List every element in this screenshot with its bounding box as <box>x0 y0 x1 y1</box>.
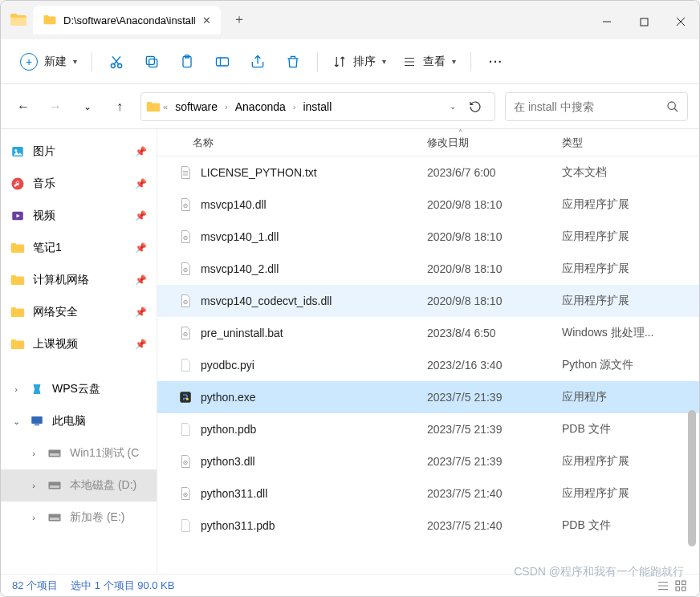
thumbnails-view-button[interactable] <box>674 579 688 593</box>
chevron-right-icon[interactable]: › <box>28 449 39 458</box>
file-date: 2023/6/7 6:00 <box>427 166 562 179</box>
folder-icon <box>10 273 25 287</box>
sidebar-quick-item[interactable]: 上课视频 📌 <box>1 328 157 360</box>
minimize-button[interactable] <box>588 6 625 38</box>
chevron-right-icon: › <box>224 102 229 112</box>
sidebar-wps[interactable]: › WPS云盘 <box>1 373 157 405</box>
cloud-icon <box>30 382 44 396</box>
breadcrumb-overflow[interactable]: « <box>162 102 169 112</box>
sidebar-quick-item[interactable]: 网络安全 📌 <box>1 296 157 328</box>
details-view-button[interactable] <box>656 579 670 593</box>
up-button[interactable]: ↑ <box>108 92 131 121</box>
cut-button[interactable] <box>99 46 134 78</box>
close-tab-icon[interactable]: ✕ <box>202 14 211 26</box>
chevron-right-icon[interactable]: › <box>10 384 22 394</box>
forward-button[interactable]: → <box>44 92 67 121</box>
search-icon[interactable] <box>666 100 679 113</box>
breadcrumb-seg[interactable]: software <box>170 99 222 115</box>
search-input[interactable] <box>514 100 660 113</box>
new-button[interactable]: + 新建 ▾ <box>12 46 85 78</box>
new-tab-button[interactable]: ＋ <box>226 6 253 33</box>
tab-title: D:\software\Anaconda\install <box>63 14 196 26</box>
file-file-icon <box>178 518 193 533</box>
paste-button[interactable] <box>169 46 205 78</box>
sidebar-quick-item[interactable]: 音乐 📌 <box>1 168 157 200</box>
sidebar-drive-item[interactable]: › 本地磁盘 (D:) <box>1 469 157 502</box>
file-row[interactable]: msvcp140_codecvt_ids.dll 2020/9/8 18:10 … <box>157 285 699 317</box>
maximize-button[interactable] <box>625 6 662 38</box>
sidebar-drive-item[interactable]: › 新加卷 (E:) <box>1 502 157 534</box>
file-row[interactable]: python311.pdb 2023/7/5 21:40 PDB 文件 <box>157 510 699 542</box>
back-button[interactable]: ← <box>12 92 35 121</box>
file-row[interactable]: msvcp140.dll 2020/9/8 18:10 应用程序扩展 <box>157 189 699 221</box>
sidebar-drive-item[interactable]: › Win11测试 (C <box>1 437 157 469</box>
copy-button[interactable] <box>134 46 169 78</box>
sidebar-quick-item[interactable]: 图片 📌 <box>1 136 157 168</box>
file-rows[interactable]: LICENSE_PYTHON.txt 2023/6/7 6:00 文本文档 ms… <box>157 156 699 574</box>
file-row[interactable]: python3.dll 2023/7/5 21:39 应用程序扩展 <box>157 445 699 477</box>
sidebar-quick-item[interactable]: 视频 📌 <box>1 200 157 232</box>
file-row[interactable]: msvcp140_2.dll 2020/9/8 18:10 应用程序扩展 <box>157 253 699 285</box>
col-name-header[interactable]: 名称˄ <box>178 136 427 150</box>
col-date-header[interactable]: 修改日期 <box>427 136 562 150</box>
col-type-header[interactable]: 类型 <box>562 136 699 150</box>
share-button[interactable] <box>240 46 275 78</box>
file-row[interactable]: python.exe 2023/7/5 21:39 应用程序 <box>157 381 699 413</box>
file-name: msvcp140_2.dll <box>201 262 279 275</box>
file-name: python311.dll <box>201 487 267 500</box>
svg-rect-31 <box>180 392 191 403</box>
file-row[interactable]: pyodbc.pyi 2023/2/16 3:40 Python 源文件 <box>157 349 699 381</box>
delete-button[interactable] <box>275 46 311 78</box>
drive-icon <box>47 478 62 493</box>
file-name: python.pdb <box>201 423 256 436</box>
more-button[interactable]: ··· <box>478 46 515 78</box>
sidebar-quick-item[interactable]: 笔记1 📌 <box>1 232 157 264</box>
dll-file-icon <box>178 486 193 501</box>
scrollbar-thumb[interactable] <box>688 410 696 546</box>
file-row[interactable]: pre_uninstall.bat 2023/8/4 6:50 Windows … <box>157 317 699 349</box>
file-name: msvcp140_codecvt_ids.dll <box>201 294 332 307</box>
file-row[interactable]: python311.dll 2023/7/5 21:40 应用程序扩展 <box>157 477 699 510</box>
rename-button[interactable] <box>205 46 240 78</box>
sort-button[interactable]: 排序 ▾ <box>324 46 394 78</box>
svg-rect-16 <box>50 453 59 456</box>
svg-point-32 <box>186 398 189 400</box>
scrollbar-vertical[interactable] <box>686 161 698 571</box>
refresh-button[interactable] <box>461 100 490 113</box>
sidebar-item-label: 新加卷 (E:) <box>70 510 124 525</box>
file-row[interactable]: LICENSE_PYTHON.txt 2023/6/7 6:00 文本文档 <box>157 156 699 189</box>
chevron-down-icon[interactable]: ⌄ <box>10 416 22 427</box>
recent-locations-button[interactable]: ⌄ <box>76 92 99 121</box>
pin-icon: 📌 <box>135 307 147 318</box>
dll-file-icon <box>178 197 193 212</box>
file-row[interactable]: msvcp140_1.dll 2020/9/8 18:10 应用程序扩展 <box>157 221 699 253</box>
close-window-button[interactable] <box>662 6 699 38</box>
search-box[interactable] <box>505 92 688 121</box>
breadcrumb-seg[interactable]: install <box>298 99 336 115</box>
file-date: 2023/7/5 21:39 <box>427 455 562 468</box>
chevron-down-icon: ▾ <box>382 57 386 66</box>
status-bar: 82 个项目 选中 1 个项目 90.0 KB <box>1 574 699 596</box>
file-type: 应用程序扩展 <box>562 486 699 501</box>
sidebar-item-label: 音乐 <box>33 177 55 191</box>
svg-rect-4 <box>146 56 154 64</box>
breadcrumb-seg[interactable]: Anaconda <box>230 99 291 115</box>
file-date: 2020/9/8 18:10 <box>427 262 562 275</box>
sidebar-thispc[interactable]: ⌄ 此电脑 <box>1 405 157 437</box>
file-type: 应用程序扩展 <box>562 454 699 469</box>
chevron-down-icon: ▾ <box>452 57 456 66</box>
pin-icon: 📌 <box>135 178 147 189</box>
chevron-right-icon[interactable]: › <box>28 513 39 522</box>
file-row[interactable]: python.pdb 2023/7/5 21:39 PDB 文件 <box>157 413 699 445</box>
svg-point-2 <box>118 63 122 67</box>
view-button[interactable]: 查看 ▾ <box>394 46 464 78</box>
svg-rect-40 <box>682 587 686 591</box>
sidebar-item-label: 本地磁盘 (D:) <box>70 478 136 493</box>
svg-point-10 <box>14 149 17 152</box>
chevron-down-icon[interactable]: ⌄ <box>450 102 456 111</box>
sidebar-item-label: Win11测试 (C <box>70 446 139 461</box>
window-tab[interactable]: D:\software\Anaconda\install ✕ <box>33 6 221 35</box>
breadcrumb[interactable]: « software › Anaconda › install ⌄ <box>140 92 495 121</box>
chevron-right-icon[interactable]: › <box>28 481 39 490</box>
sidebar-quick-item[interactable]: 计算机网络 📌 <box>1 264 157 296</box>
